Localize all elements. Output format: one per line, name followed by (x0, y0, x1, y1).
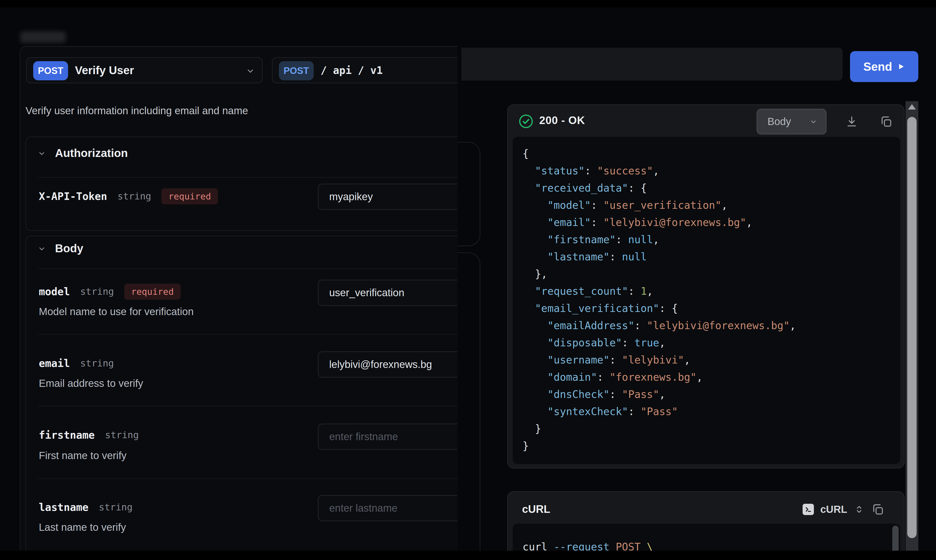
email-input[interactable] (318, 351, 457, 377)
field-type: string (80, 286, 114, 297)
chevron-down-icon (37, 149, 46, 158)
lastname-input[interactable] (318, 495, 457, 521)
divider (38, 268, 457, 269)
field-type: string (105, 429, 139, 440)
field-name: X-API-Token (39, 190, 107, 202)
divider (38, 478, 457, 479)
chevron-down-icon (809, 117, 817, 126)
firstname-input[interactable] (318, 424, 457, 450)
method-badge: POST (33, 61, 68, 80)
field-description: First name to verify (39, 450, 126, 462)
top-black-strip (0, 0, 936, 8)
chevron-up-down-icon[interactable] (854, 504, 865, 515)
field-description: Last name to verify (39, 522, 126, 533)
response-code: { "status": "success", "received_data": … (523, 145, 796, 455)
method-badge: POST (279, 61, 314, 80)
request-drawer: POST Verify User POST / api / v1 Verify … (20, 46, 457, 551)
required-badge: required (162, 188, 218, 205)
field-name: model (39, 286, 70, 298)
divider (38, 177, 457, 178)
field-type: string (117, 191, 151, 202)
endpoint-selector[interactable]: POST Verify User (26, 57, 263, 83)
bottom-black-strip (0, 551, 936, 560)
chevron-down-icon (245, 66, 255, 75)
section-title: Authorization (55, 146, 128, 160)
download-icon[interactable] (845, 115, 859, 128)
field-name: lastname (39, 501, 88, 513)
field-type: string (99, 502, 132, 512)
scrollbar-track[interactable] (905, 101, 918, 551)
response-status: 200 - OK (539, 114, 585, 126)
response-view-select-value: Body (767, 116, 791, 128)
terminal-icon (803, 504, 814, 515)
authorization-section-toggle[interactable]: Authorization (26, 137, 457, 166)
divider (38, 406, 457, 406)
divider (38, 334, 457, 334)
body-section-toggle[interactable]: Body (26, 236, 457, 266)
copy-icon[interactable] (871, 503, 885, 516)
response-view-select[interactable]: Body (757, 109, 827, 134)
endpoint-description: Verify user information including email … (26, 105, 248, 117)
request-url-input[interactable] (461, 48, 843, 80)
field-name: email (39, 357, 70, 369)
authorization-section: Authorization X-API-Token string require… (26, 137, 457, 231)
play-icon (897, 62, 905, 71)
send-button-label: Send (863, 60, 892, 74)
model-input[interactable] (318, 280, 457, 306)
field-description: Model name to use for verification (39, 306, 194, 318)
curl-language-select-value[interactable]: cURL (820, 503, 847, 515)
response-card: 200 - OK Body { "status": "success", "re… (507, 105, 905, 468)
chevron-down-icon (37, 244, 46, 253)
scrollbar-thumb[interactable] (907, 117, 917, 538)
field-description: Email address to verify (39, 377, 143, 389)
scrollbar-up-arrow[interactable] (908, 104, 916, 109)
field-name: firstname (39, 429, 95, 441)
section-title: Body (55, 242, 83, 255)
curl-title: cURL (522, 503, 550, 515)
curl-card: cURL cURL curl --request POST \ (507, 491, 905, 560)
response-code-panel: { "status": "success", "received_data": … (513, 137, 900, 464)
endpoint-path-display[interactable]: POST / api / v1 (272, 57, 457, 83)
endpoint-name: Verify User (75, 58, 134, 83)
endpoint-path: / api / v1 (320, 58, 383, 83)
send-button[interactable]: Send (850, 51, 918, 82)
api-token-input[interactable] (318, 184, 457, 210)
blurred-background-element (20, 31, 66, 43)
success-check-icon (518, 114, 534, 129)
field-type: string (80, 358, 114, 369)
required-badge: required (124, 284, 180, 300)
copy-icon[interactable] (879, 115, 893, 128)
body-section: Body model string required Model name to… (26, 236, 457, 551)
